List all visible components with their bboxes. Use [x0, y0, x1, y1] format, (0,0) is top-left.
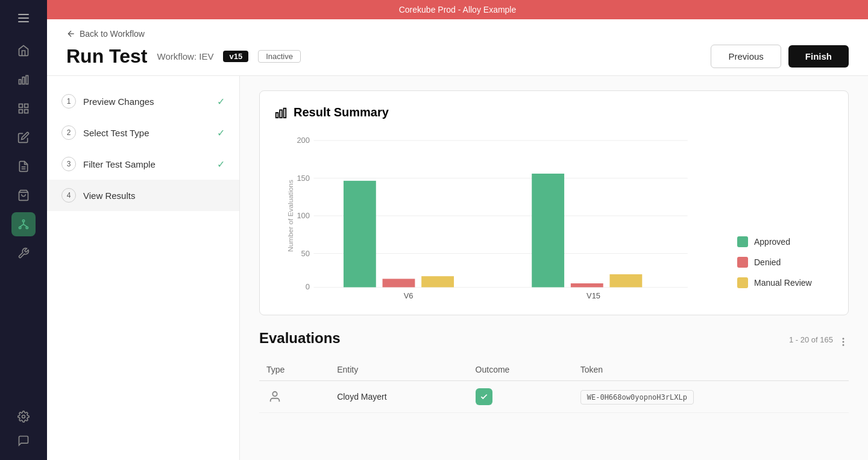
svg-rect-21 — [276, 113, 278, 118]
svg-rect-1 — [18, 17, 29, 19]
svg-rect-6 — [19, 104, 23, 108]
svg-rect-3 — [19, 80, 21, 84]
status-badge: Inactive — [258, 50, 301, 63]
main-panel: Result Summary 200 150 100 50 0 Number o… — [240, 76, 868, 460]
svg-rect-0 — [18, 14, 29, 15]
steps-panel: 1 Preview Changes ✓ 2 Select Test Type ✓… — [47, 76, 240, 460]
manual-review-color-swatch — [737, 277, 748, 288]
token-value: WE-0H668ow0yopnoH3rLXLp — [580, 390, 694, 405]
svg-rect-9 — [25, 110, 28, 113]
svg-point-19 — [22, 415, 25, 418]
step-2-label: Select Test Type — [83, 128, 149, 138]
svg-rect-5 — [26, 75, 28, 84]
person-icon — [266, 388, 283, 405]
step-view-results[interactable]: 4 View Results — [47, 180, 239, 211]
svg-point-14 — [19, 227, 21, 228]
body-layout: 1 Preview Changes ✓ 2 Select Test Type ✓… — [47, 76, 868, 460]
v6-manual-bar — [421, 276, 454, 287]
step-1-label: Preview Changes — [83, 96, 154, 107]
more-options-icon[interactable] — [838, 336, 849, 347]
svg-text:150: 150 — [297, 174, 310, 183]
col-token: Token — [573, 359, 849, 381]
v15-manual-bar — [609, 274, 642, 288]
legend-denied: Denied — [737, 257, 834, 268]
step-2-number: 2 — [61, 125, 76, 140]
chart-legend: Approved Denied Manual Review — [737, 224, 834, 300]
outcome-approved-check — [476, 388, 492, 405]
legend-approved: Approved — [737, 236, 834, 247]
denied-label: Denied — [754, 257, 781, 267]
evaluations-section: Evaluations 1 - 20 of 165 Type Entity Ou… — [259, 330, 849, 413]
chart-area: 200 150 100 50 0 Number of Evaluations — [274, 131, 834, 300]
col-type: Type — [259, 359, 330, 381]
col-outcome: Outcome — [468, 359, 573, 381]
step-preview-changes[interactable]: 1 Preview Changes ✓ — [47, 86, 239, 117]
finish-button[interactable]: Finish — [788, 45, 849, 68]
home-icon[interactable] — [11, 39, 36, 63]
svg-point-37 — [843, 345, 844, 346]
svg-point-38 — [272, 392, 277, 396]
version-badge: v15 — [223, 51, 248, 62]
previous-button[interactable]: Previous — [711, 45, 781, 68]
row-type — [259, 381, 330, 413]
denied-color-swatch — [737, 257, 748, 268]
svg-line-18 — [24, 224, 27, 227]
chat-icon[interactable] — [11, 429, 36, 453]
step-1-check: ✓ — [217, 96, 225, 107]
v15-approved-bar — [532, 174, 564, 287]
bag-icon[interactable] — [11, 183, 36, 207]
back-label: Back to Workflow — [80, 29, 145, 39]
edit-icon[interactable] — [11, 125, 36, 150]
svg-rect-22 — [280, 110, 282, 118]
col-entity: Entity — [330, 359, 468, 381]
svg-text:50: 50 — [301, 249, 310, 258]
svg-rect-23 — [284, 108, 286, 118]
step-filter-test-sample[interactable]: 3 Filter Test Sample ✓ — [47, 148, 239, 180]
svg-point-36 — [843, 341, 844, 342]
svg-text:100: 100 — [297, 211, 310, 220]
svg-text:Number of Evaluations: Number of Evaluations — [286, 180, 295, 252]
v6-denied-bar — [383, 279, 415, 287]
back-link[interactable]: Back to Workflow — [66, 29, 849, 39]
row-entity: Cloyd Mayert — [330, 381, 468, 413]
svg-text:200: 200 — [297, 136, 310, 145]
row-token: WE-0H668ow0yopnoH3rLXLp — [573, 381, 849, 413]
sidebar-toggle[interactable] — [13, 7, 34, 29]
v6-label: V6 — [404, 291, 414, 300]
legend-manual-review: Manual Review — [737, 277, 834, 288]
step-3-label: Filter Test Sample — [83, 159, 156, 169]
banner-text: Corekube Prod - Alloy Example — [399, 5, 517, 14]
approved-color-swatch — [737, 236, 748, 247]
bar-chart: 200 150 100 50 0 Number of Evaluations — [274, 131, 718, 300]
tools-icon[interactable] — [11, 241, 36, 265]
svg-point-13 — [22, 220, 24, 222]
evaluations-title: Evaluations — [259, 330, 341, 347]
svg-rect-7 — [25, 104, 28, 108]
step-2-check: ✓ — [217, 127, 225, 139]
settings-icon[interactable] — [11, 405, 36, 429]
workflow-label: Workflow: IEV — [157, 51, 214, 61]
step-select-test-type[interactable]: 2 Select Test Type ✓ — [47, 117, 239, 148]
step-4-label: View Results — [83, 191, 135, 201]
svg-text:0: 0 — [306, 282, 310, 291]
top-banner: Corekube Prod - Alloy Example — [47, 0, 868, 19]
pagination-info: 1 - 20 of 165 — [789, 335, 833, 344]
main-content: Corekube Prod - Alloy Example Back to Wo… — [47, 0, 868, 460]
svg-rect-2 — [18, 21, 29, 22]
workflow-icon[interactable] — [11, 212, 36, 236]
row-outcome — [468, 381, 573, 413]
svg-rect-4 — [22, 77, 24, 84]
table-row: Cloyd Mayert WE-0H668ow0yopnoH3rLXLp — [259, 381, 849, 413]
result-summary-title: Result Summary — [274, 106, 834, 119]
svg-line-17 — [20, 224, 24, 227]
chart-bar-icon[interactable] — [11, 68, 36, 92]
sidebar — [0, 0, 47, 460]
document-icon[interactable] — [11, 154, 36, 178]
grid-icon[interactable] — [11, 96, 36, 121]
chart-icon — [274, 106, 288, 119]
step-4-number: 4 — [61, 188, 76, 203]
v6-approved-bar — [344, 181, 376, 288]
header: Back to Workflow Run Test Workflow: IEV … — [47, 19, 868, 76]
svg-rect-8 — [19, 110, 23, 113]
step-1-number: 1 — [61, 94, 76, 109]
